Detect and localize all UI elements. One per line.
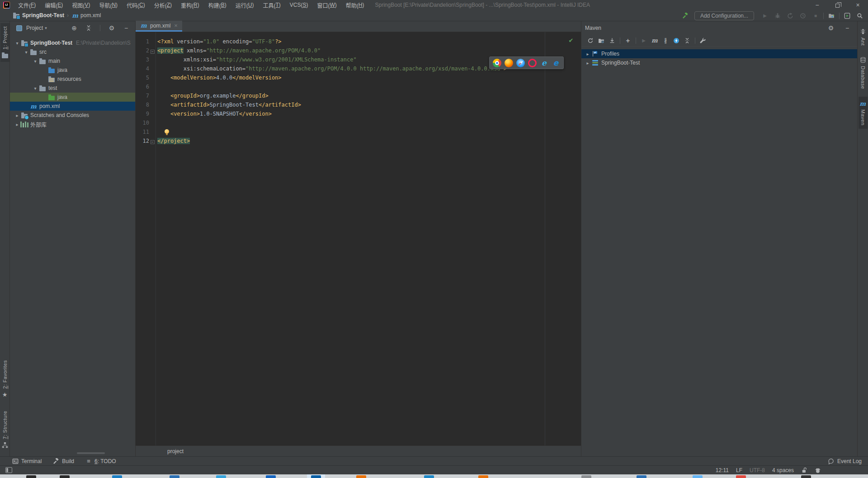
maven-item-1[interactable]: ▸SpringBoot-Test xyxy=(581,58,857,67)
breadcrumb-file[interactable]: pom.xml xyxy=(80,12,101,19)
indent-setting[interactable]: 4 spaces xyxy=(772,467,794,473)
restore-button[interactable] xyxy=(827,0,848,10)
tool-stripe-favorites[interactable]: 2: Favorites★ xyxy=(0,357,9,401)
code-line[interactable]: 10 xyxy=(136,120,581,129)
taskbar-app[interactable] xyxy=(170,475,179,478)
tree-item-9[interactable]: ▸外部库 xyxy=(10,120,135,129)
tree-item-4[interactable]: resources xyxy=(10,75,135,84)
menu-item-refactor[interactable]: 重构(R) xyxy=(176,0,204,10)
menu-item-help[interactable]: 帮助(H) xyxy=(341,0,369,10)
tool-stripe-maven[interactable]: mMaven xyxy=(859,97,868,129)
code-line[interactable]: 9 <version>1.0-SNAPSHOT</version> xyxy=(136,111,581,120)
tree-item-3[interactable]: java xyxy=(10,66,135,75)
tool-stripe-structure[interactable]: 7: Structure xyxy=(0,408,9,452)
menu-item-build[interactable]: 构建(B) xyxy=(204,0,231,10)
offline-button[interactable] xyxy=(671,36,682,45)
browser-chrome-icon[interactable] xyxy=(493,59,501,67)
menu-item-navigate[interactable]: 导航(N) xyxy=(94,0,122,10)
code-line[interactable]: 11 xyxy=(136,129,581,138)
code-line[interactable]: 8 <artifactId>SpringBoot-Test</artifactI… xyxy=(136,102,581,111)
gear-button[interactable]: ⚙ xyxy=(826,23,836,33)
add-configuration-button[interactable]: Add Configuration... xyxy=(694,11,754,20)
profile-button[interactable] xyxy=(785,11,796,20)
menu-item-vcs[interactable]: VCS(S) xyxy=(285,0,313,10)
tree-item-7[interactable]: mpom.xml xyxy=(10,102,135,111)
build-project-button[interactable] xyxy=(680,11,691,20)
taskbar-app[interactable] xyxy=(26,475,36,478)
menu-item-view[interactable]: 视图(V) xyxy=(67,0,94,10)
browser-ie-icon[interactable]: e xyxy=(540,59,548,67)
caret-position[interactable]: 12:11 xyxy=(716,467,729,473)
taskbar-app[interactable] xyxy=(60,475,70,478)
code-line[interactable]: 12−</project> xyxy=(136,138,581,147)
play-button[interactable]: ▶ xyxy=(638,36,649,45)
tree-item-1[interactable]: ▾src xyxy=(10,47,135,56)
code-line[interactable]: 5 <modelVersion>4.0.0</modelVersion> xyxy=(136,75,581,84)
pstruct-button[interactable] xyxy=(826,11,837,20)
mgoal-button[interactable]: m xyxy=(649,36,660,45)
readonly-lock-icon[interactable] xyxy=(801,467,807,473)
inspection-ok-icon[interactable]: ✔ xyxy=(567,37,575,44)
line-separator[interactable]: LF xyxy=(736,467,742,473)
code-editor[interactable]: 1<?xml version="1.0" encoding="UTF-8"?>2… xyxy=(136,32,581,445)
fold-marker-icon[interactable]: − xyxy=(151,50,155,54)
tree-item-6[interactable]: java xyxy=(10,93,135,102)
tree-right-arrow-icon[interactable]: ▸ xyxy=(584,52,591,56)
menu-item-run[interactable]: 运行(U) xyxy=(231,0,259,10)
taskbar-app[interactable] xyxy=(478,475,488,478)
taskbar-app[interactable] xyxy=(266,475,276,478)
taskbar-app[interactable] xyxy=(356,475,366,478)
highlighting-level-icon[interactable] xyxy=(815,467,821,473)
gear-button[interactable]: ⚙ xyxy=(106,23,117,33)
tab-pom-xml[interactable]: m pom.xml × xyxy=(136,21,182,32)
tree-down-arrow-icon[interactable]: ▾ xyxy=(14,41,21,46)
play-button[interactable]: ▶ xyxy=(760,11,770,20)
fold-marker-icon[interactable]: − xyxy=(151,140,155,144)
menu-item-tools[interactable]: 工具(T) xyxy=(258,0,285,10)
close-tab-icon[interactable]: × xyxy=(174,22,178,29)
download-button[interactable] xyxy=(607,36,618,45)
tree-item-0[interactable]: ▾SpringBoot-TestE:\Private\Dandelion\S xyxy=(10,38,135,47)
breadcrumb-project[interactable]: SpringBoot-Test xyxy=(22,12,64,19)
bottom-tool-terminal[interactable]: Terminal xyxy=(12,458,42,465)
taskbar-app[interactable] xyxy=(311,475,321,478)
tree-item-2[interactable]: ▾main xyxy=(10,56,135,66)
tree-right-arrow-icon[interactable]: ▸ xyxy=(14,113,21,118)
taskbar-app[interactable] xyxy=(424,475,434,478)
locate-button[interactable]: ⊕ xyxy=(69,23,80,33)
menu-item-edit[interactable]: 编辑(E) xyxy=(40,0,67,10)
code-line[interactable]: 2−<project xmlns="http://maven.apache.or… xyxy=(136,47,581,56)
refresh-button[interactable] xyxy=(585,36,596,45)
project-header-title[interactable]: Project xyxy=(26,25,43,31)
toolwindow-toggle-icon[interactable] xyxy=(5,467,12,473)
search-button[interactable] xyxy=(854,11,865,20)
taskbar-app[interactable] xyxy=(216,475,226,478)
bug-button[interactable] xyxy=(772,11,783,20)
browser-firefox-icon[interactable] xyxy=(505,59,513,67)
plus-button[interactable]: + xyxy=(623,36,633,45)
bottom-tool-todo[interactable]: ≡6: TODO xyxy=(85,458,116,465)
browser-edge-icon[interactable]: e xyxy=(552,59,560,67)
tree-right-arrow-icon[interactable]: ▸ xyxy=(584,61,591,66)
tool-stripe-database[interactable]: Database xyxy=(859,53,868,92)
clock-button[interactable] xyxy=(797,11,808,20)
playbox-button[interactable] xyxy=(842,11,853,20)
browser-safari-icon[interactable] xyxy=(516,59,525,67)
stop-button[interactable]: ■ xyxy=(810,11,821,20)
event-log-button[interactable]: Event Log xyxy=(827,458,862,465)
skip-button[interactable]: ∦ xyxy=(660,36,671,45)
taskbar-app[interactable] xyxy=(112,475,122,478)
taskbar-app[interactable] xyxy=(801,475,811,478)
intention-bulb-icon[interactable] xyxy=(157,129,165,136)
breadcrumb-tag[interactable]: project xyxy=(167,448,184,455)
code-line[interactable]: 1<?xml version="1.0" encoding="UTF-8"?> xyxy=(136,38,581,47)
code-line[interactable]: 6 xyxy=(136,84,581,93)
browser-opera-icon[interactable] xyxy=(528,59,537,67)
tree-item-8[interactable]: ▸Scratches and Consoles xyxy=(10,111,135,120)
minimize-button[interactable]: − xyxy=(807,0,827,10)
menu-item-window[interactable]: 窗口(W) xyxy=(312,0,341,10)
minus-button[interactable]: − xyxy=(842,23,853,33)
bottom-tool-build[interactable]: Build xyxy=(52,458,74,465)
close-button[interactable]: × xyxy=(848,0,868,10)
tool-stripe-project[interactable]: 1: Project xyxy=(0,23,9,62)
